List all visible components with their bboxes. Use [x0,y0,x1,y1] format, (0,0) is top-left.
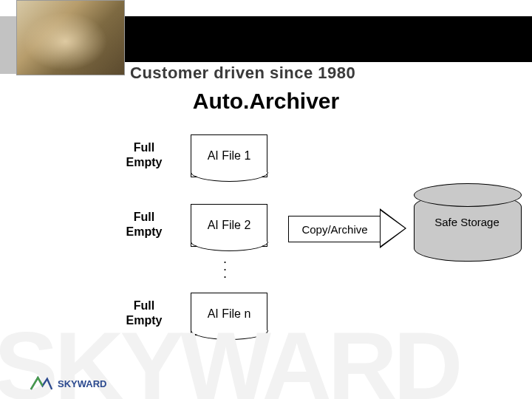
file-label: AI File 1 [208,149,251,163]
file-shape-2: AI File 2 [191,204,267,247]
header-photo [16,0,125,75]
arrow-head-icon [380,208,406,248]
copy-archive-arrow: Copy/Archive [288,210,409,245]
status-empty: Empty [126,225,163,238]
file-shape-1: AI File 1 [191,134,267,177]
status-empty: Empty [126,156,163,168]
logo-text: SKYWARD [58,378,106,389]
status-label-2: Full Empty [111,210,177,244]
status-full: Full [134,141,154,154]
file-label: AI File 2 [208,219,251,232]
status-full: Full [134,211,154,223]
tagline-text: Customer driven since 1980 [130,64,355,83]
logo-mark-icon [30,375,53,392]
arrow-shaft: Copy/Archive [288,216,381,242]
footer: SKYWARD SKYWARD [0,334,532,399]
arrow-label: Copy/Archive [301,223,367,236]
status-label-1: Full Empty [111,140,177,174]
slide-title: Auto.Archiver [0,89,532,114]
safe-storage-cylinder: Safe Storage [412,183,522,270]
brand-logo: SKYWARD [30,375,106,392]
storage-label: Safe Storage [412,216,522,228]
header-accent-left [0,16,16,62]
cylinder-top [414,183,522,207]
vertical-ellipsis: ... [223,256,227,278]
slide-header: Customer driven since 1980 [0,16,532,74]
